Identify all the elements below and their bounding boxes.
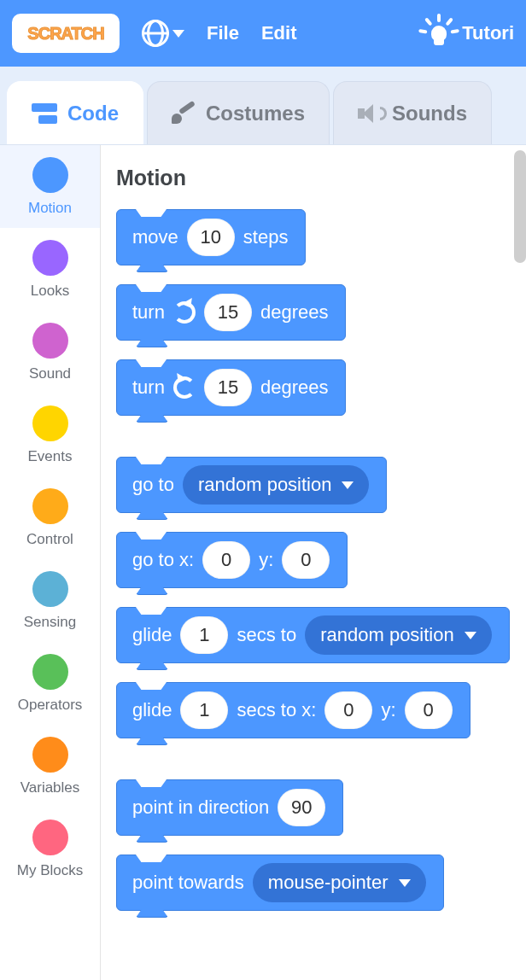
motion-dot-icon — [32, 157, 68, 193]
block-text: glide — [132, 699, 172, 721]
language-menu[interactable] — [142, 20, 184, 47]
logo-text: SCRATCH — [27, 24, 103, 44]
input-steps[interactable]: 10 — [187, 219, 235, 256]
block-text: move — [132, 226, 178, 248]
input-direction[interactable]: 90 — [278, 789, 325, 826]
operators-dot-icon — [32, 654, 68, 690]
block-text: glide — [132, 624, 172, 646]
block-text: go to — [132, 474, 174, 496]
tab-code[interactable]: Code — [7, 81, 143, 144]
chevron-down-icon — [399, 879, 411, 887]
category-looks[interactable]: Looks — [0, 228, 100, 311]
lightbulb-icon — [423, 17, 455, 50]
block-text: turn — [132, 376, 165, 399]
category-label: Sound — [29, 365, 71, 382]
category-my-blocks[interactable]: My Blocks — [0, 808, 100, 890]
chevron-down-icon — [172, 30, 184, 38]
input-x[interactable]: 0 — [324, 691, 372, 729]
block-point-direction[interactable]: point in direction 90 — [116, 779, 343, 836]
input-secs[interactable]: 1 — [180, 616, 228, 654]
editor-tabs: Code Costumes Sounds — [0, 67, 526, 145]
editor-main: Motion Looks Sound Events Control Sensin… — [0, 145, 526, 980]
block-text: steps — [243, 226, 289, 248]
tab-sounds[interactable]: Sounds — [333, 81, 492, 144]
edit-menu[interactable]: Edit — [261, 22, 297, 44]
block-glide-to-menu[interactable]: glide 1 secs to random position — [116, 607, 510, 663]
block-point-towards[interactable]: point towards mouse-pointer — [116, 855, 444, 911]
tab-costumes-label: Costumes — [206, 102, 305, 125]
category-label: Events — [28, 448, 73, 465]
input-y[interactable]: 0 — [405, 691, 453, 729]
block-go-to-xy[interactable]: go to x: 0 y: 0 — [116, 532, 348, 588]
category-label: My Blocks — [17, 862, 83, 879]
input-y[interactable]: 0 — [282, 541, 330, 579]
paintbrush-icon — [172, 102, 196, 125]
globe-icon — [142, 20, 169, 47]
tab-code-label: Code — [67, 102, 119, 125]
scratch-logo[interactable]: SCRATCH — [12, 14, 120, 53]
block-text: y: — [381, 699, 395, 721]
block-move-steps[interactable]: move 10 steps — [116, 209, 306, 265]
block-go-to-menu[interactable]: go to random position — [116, 457, 387, 513]
input-x[interactable]: 0 — [202, 541, 250, 579]
category-label: Looks — [31, 283, 69, 300]
control-dot-icon — [32, 488, 68, 524]
looks-dot-icon — [32, 240, 68, 276]
tutorials-label: Tutori — [462, 22, 514, 44]
rotate-cw-icon — [173, 301, 196, 324]
category-sound[interactable]: Sound — [0, 311, 100, 394]
block-text: point towards — [132, 872, 244, 894]
category-sensing[interactable]: Sensing — [0, 559, 100, 642]
block-text: secs to x: — [237, 699, 316, 721]
block-text: degrees — [260, 376, 329, 399]
top-menu-bar: SCRATCH File Edit Tutori — [0, 0, 526, 67]
dropdown-label: random position — [320, 624, 454, 646]
dropdown-glide-to[interactable]: random position — [305, 615, 492, 655]
category-palette: Motion Looks Sound Events Control Sensin… — [0, 145, 101, 980]
block-text: secs to — [237, 624, 296, 646]
chevron-down-icon — [342, 481, 354, 489]
chevron-down-icon — [465, 632, 476, 639]
tab-sounds-label: Sounds — [392, 102, 467, 125]
block-text: degrees — [260, 301, 329, 324]
tab-costumes[interactable]: Costumes — [147, 81, 330, 144]
dropdown-point-towards[interactable]: mouse-pointer — [253, 863, 426, 902]
block-turn-ccw[interactable]: turn 15 degrees — [116, 359, 346, 416]
category-label: Control — [26, 531, 73, 548]
block-text: point in direction — [132, 796, 269, 819]
category-label: Sensing — [24, 614, 76, 631]
input-degrees[interactable]: 15 — [204, 294, 252, 331]
scrollbar[interactable] — [514, 150, 526, 263]
variables-dot-icon — [32, 737, 68, 773]
file-menu[interactable]: File — [207, 22, 239, 44]
block-turn-cw[interactable]: turn 15 degrees — [116, 284, 346, 341]
input-degrees[interactable]: 15 — [204, 369, 252, 406]
tutorials-button[interactable]: Tutori — [423, 17, 514, 50]
category-variables[interactable]: Variables — [0, 725, 100, 808]
block-glide-to-xy[interactable]: glide 1 secs to x: 0 y: 0 — [116, 682, 470, 738]
dropdown-label: random position — [198, 474, 332, 496]
rotate-ccw-icon — [173, 376, 196, 399]
category-events[interactable]: Events — [0, 394, 100, 476]
dropdown-label: mouse-pointer — [268, 872, 389, 894]
category-label: Motion — [28, 200, 72, 217]
block-workspace[interactable]: Motion move 10 steps turn 15 degrees tur… — [101, 145, 526, 980]
events-dot-icon — [32, 405, 68, 441]
speaker-icon — [358, 104, 382, 123]
sensing-dot-icon — [32, 571, 68, 607]
category-label: Variables — [20, 779, 80, 796]
block-text: turn — [132, 301, 165, 324]
block-text: go to x: — [132, 549, 194, 571]
block-text: y: — [259, 549, 273, 571]
category-control[interactable]: Control — [0, 476, 100, 559]
category-motion[interactable]: Motion — [0, 145, 100, 228]
category-operators[interactable]: Operators — [0, 642, 100, 725]
code-icon — [32, 103, 57, 124]
sound-dot-icon — [32, 323, 68, 359]
dropdown-go-to[interactable]: random position — [183, 465, 370, 505]
category-heading: Motion — [116, 166, 511, 190]
myblocks-dot-icon — [32, 820, 68, 855]
category-label: Operators — [18, 697, 83, 714]
input-secs[interactable]: 1 — [180, 691, 228, 729]
